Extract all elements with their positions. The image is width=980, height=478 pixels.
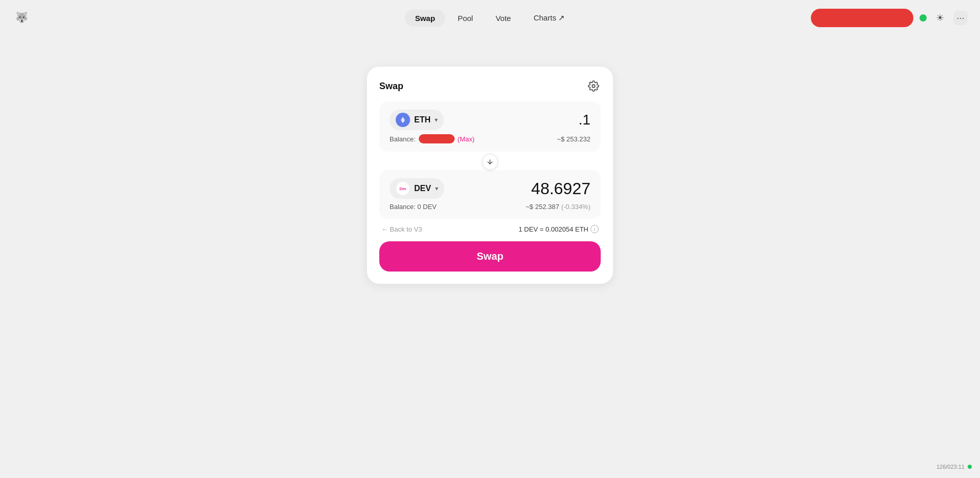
settings-icon[interactable] (586, 79, 601, 93)
swap-arrow-container (379, 154, 601, 170)
to-price-change: (-0.334%) (561, 203, 590, 211)
nav-item-pool[interactable]: Pool (447, 10, 483, 27)
theme-toggle-icon[interactable]: ☀ (933, 11, 947, 25)
footer-row: ← Back to V3 1 DEV = 0.002054 ETH i (379, 219, 601, 239)
to-token-row: Dev DEV ▾ 48.6927 (390, 178, 590, 199)
nav-item-charts[interactable]: Charts ↗ (523, 9, 575, 27)
to-token-chevron: ▾ (435, 185, 438, 192)
nav-item-swap[interactable]: Swap (405, 10, 445, 27)
from-token-name: ETH (414, 115, 431, 124)
svg-point-2 (592, 85, 595, 88)
from-balance-row: Balance: (Max) ~$ 253.232 (390, 134, 590, 143)
eth-icon (396, 113, 410, 127)
from-token-chevron: ▾ (435, 116, 438, 123)
max-button[interactable]: (Max) (458, 135, 475, 143)
from-balance-left: Balance: (Max) (390, 134, 475, 143)
to-token-box: Dev DEV ▾ 48.6927 Balance: 0 DEV ~$ 252.… (379, 170, 601, 219)
connect-wallet-button[interactable] (811, 9, 913, 27)
rate-info: 1 DEV = 0.002054 ETH i (519, 225, 599, 233)
app-logo[interactable]: 🐺 (12, 9, 31, 27)
to-usd-value: ~$ 252.387 (525, 203, 559, 211)
bottom-status-dot (968, 465, 972, 469)
swap-direction-button[interactable] (482, 154, 498, 170)
to-balance-row: Balance: 0 DEV ~$ 252.387 (-0.334%) (390, 203, 590, 211)
nav-center: Swap Pool Vote Charts ↗ (405, 9, 576, 27)
from-token-box: ETH ▾ .1 Balance: (Max) ~$ 253.232 (379, 101, 601, 152)
to-token-selector[interactable]: Dev DEV ▾ (390, 178, 444, 199)
back-to-v3-link[interactable]: ← Back to V3 (381, 225, 422, 233)
from-usd-value: ~$ 253.232 (557, 135, 590, 143)
to-token-name: DEV (414, 184, 431, 193)
more-menu-icon[interactable]: ··· (953, 11, 968, 25)
from-balance-label: Balance: (390, 135, 416, 143)
swap-card: Swap ETH ▾ (367, 67, 613, 284)
card-title: Swap (379, 81, 403, 92)
to-token-amount: 48.6927 (531, 179, 590, 198)
from-token-amount[interactable]: .1 (579, 112, 590, 128)
timestamp-text: 126/023:11 (936, 464, 965, 470)
network-status-dot (920, 14, 927, 22)
from-token-row: ETH ▾ .1 (390, 110, 590, 130)
main-content: Swap ETH ▾ (0, 36, 980, 284)
bottom-timestamp: 126/023:11 (936, 464, 972, 470)
svg-text:🐺: 🐺 (15, 11, 28, 24)
dev-icon: Dev (396, 181, 410, 196)
card-header: Swap (379, 79, 601, 93)
swap-button[interactable]: Swap (379, 241, 601, 272)
logo-area: 🐺 (12, 9, 31, 27)
rate-info-icon[interactable]: i (590, 225, 599, 233)
from-token-selector[interactable]: ETH ▾ (390, 110, 444, 130)
nav-item-vote[interactable]: Vote (485, 10, 521, 27)
nav-right: ☀ ··· (811, 9, 968, 27)
to-balance-label: Balance: 0 DEV (390, 203, 437, 211)
rate-text: 1 DEV = 0.002054 ETH (519, 225, 588, 233)
header: 🐺 Swap Pool Vote Charts ↗ ☀ ··· (0, 0, 980, 36)
from-balance-bar (419, 134, 455, 143)
